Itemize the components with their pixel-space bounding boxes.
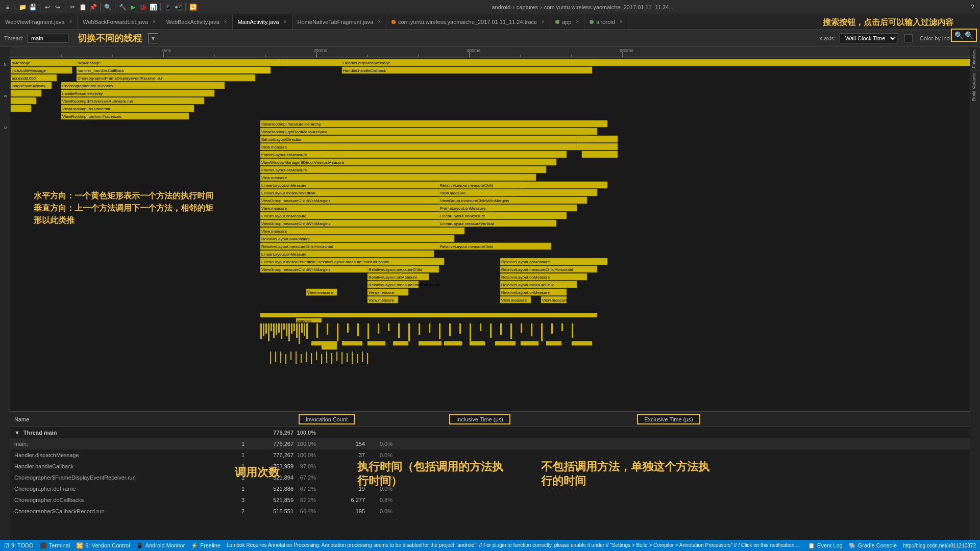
breadcrumb-captures[interactable]: captures bbox=[517, 4, 538, 10]
freeline-status[interactable]: ⚡ Freeline bbox=[191, 542, 220, 549]
cut-icon[interactable]: ✂ bbox=[68, 3, 77, 12]
tab-close-webviewfragment[interactable]: × bbox=[69, 19, 72, 24]
svg-rect-166 bbox=[439, 323, 440, 339]
vcs-status[interactable]: 🔀 6: Version Control bbox=[76, 542, 130, 549]
row-inc-main: 776,267 bbox=[255, 441, 296, 447]
svg-text:RelativeLayout.measureChildHor: RelativeLayout.measureChildHorizontal bbox=[317, 260, 389, 264]
svg-rect-175 bbox=[531, 323, 532, 336]
run-icon[interactable]: ▶ bbox=[128, 3, 137, 12]
svg-rect-136 bbox=[263, 323, 264, 336]
tab-close-homenativetab[interactable]: × bbox=[378, 19, 381, 24]
svg-rect-140 bbox=[273, 323, 275, 338]
table-row[interactable]: Choreographer$CallbackRecord.run 2 515,5… bbox=[10, 506, 970, 513]
tab-close-webbackforwardlist[interactable]: × bbox=[153, 19, 156, 24]
tab-android[interactable]: android × bbox=[584, 14, 628, 29]
timeline-header: 0ms 200ms 400ms 600ms bbox=[10, 47, 970, 58]
filter-row: Thread: 切换不同的线程 ▼ x-axis: Wall Clock Tim… bbox=[0, 30, 980, 47]
redo-icon[interactable]: ↪ bbox=[53, 3, 62, 12]
todo-status[interactable]: ☑ 9: TODO bbox=[4, 542, 34, 549]
open-icon[interactable]: 📁 bbox=[18, 3, 27, 12]
save-icon[interactable]: 💾 bbox=[28, 3, 37, 12]
svg-text:ViewGroup.measureChildWithMarg: ViewGroup.measureChildWithMargins bbox=[261, 221, 330, 226]
event-log-status[interactable]: 📋 Event Log bbox=[808, 542, 843, 549]
tab-label-mainactivity: MainActivity.java bbox=[238, 19, 279, 25]
svg-rect-156 bbox=[337, 323, 338, 341]
toolbar-sep-4 bbox=[100, 3, 101, 11]
tab-mainactivity[interactable]: MainActivity.java × bbox=[233, 14, 292, 29]
svg-text:RelativeLayout.onMeasure: RelativeLayout.onMeasure bbox=[369, 275, 418, 280]
thread-label: Thread: bbox=[4, 35, 23, 41]
find-icon[interactable]: 🔍 bbox=[103, 3, 112, 12]
tab-close-android[interactable]: × bbox=[620, 19, 623, 24]
thread-dropdown[interactable]: ▼ bbox=[148, 33, 158, 43]
svg-rect-163 bbox=[408, 323, 410, 341]
search-icon-1[interactable]: 🔍 bbox=[954, 31, 963, 39]
thread-group-row[interactable]: ▼ Thread main 776,267 100.0% bbox=[10, 427, 970, 438]
sync-icon[interactable]: 🔁 bbox=[188, 3, 198, 12]
row-inc-pct-df: 67.2% bbox=[296, 486, 326, 492]
svg-rect-169 bbox=[470, 323, 471, 341]
menu-icon[interactable]: ≡ bbox=[3, 3, 12, 12]
toolbar-sep-2 bbox=[40, 3, 40, 11]
url-status[interactable]: http://blog.csdn.net/u011210872 bbox=[903, 543, 976, 548]
svg-rect-185 bbox=[342, 341, 362, 345]
help-icon[interactable]: ? bbox=[968, 3, 977, 12]
xaxis-select[interactable]: Wall Clock Time Thread Time bbox=[840, 33, 897, 43]
breadcrumb-file[interactable]: com.yuntu.wireless.yaomaiche_2017.01.11_… bbox=[544, 4, 674, 10]
thread-group-name: ▼ Thread main bbox=[12, 430, 214, 436]
invocation-count-header: Invocation Count bbox=[299, 414, 355, 424]
android-monitor-status[interactable]: 📱 Android Monitor bbox=[136, 542, 185, 549]
row-exc-pct-cr: 0.0% bbox=[367, 508, 393, 513]
structure-icon[interactable]: S bbox=[1, 81, 9, 111]
svg-rect-187 bbox=[393, 341, 408, 345]
copy-icon[interactable]: 📋 bbox=[78, 3, 87, 12]
svg-rect-171 bbox=[490, 323, 492, 338]
search-button-box[interactable]: 🔍 🔍 bbox=[951, 29, 977, 42]
svg-rect-145 bbox=[286, 323, 287, 336]
undo-icon[interactable]: ↩ bbox=[43, 3, 52, 12]
build-icon[interactable]: 🔨 bbox=[118, 3, 127, 12]
row-inv-df: 1 bbox=[214, 486, 255, 492]
profile-icon[interactable]: 📊 bbox=[149, 3, 158, 12]
svg-text:LinearLayout.onMeasure: LinearLayout.onMeasure bbox=[261, 252, 307, 257]
tab-webviewfragment[interactable]: WebViewFragment.java × bbox=[0, 14, 78, 29]
url-text: http://blog.csdn.net/u011210872 bbox=[903, 543, 976, 548]
tab-trace[interactable]: com.yuntu.wireless.yaomaiche_2017.01.11_… bbox=[386, 14, 550, 29]
right-label-favorites[interactable]: Favorites bbox=[970, 47, 980, 70]
tab-close-app[interactable]: × bbox=[576, 19, 579, 24]
svg-text:Handler.dispatchMessage: Handler.dispatchMessage bbox=[343, 61, 390, 65]
right-label-build-variants[interactable]: Build Variants bbox=[970, 70, 980, 103]
tab-homenativetab[interactable]: HomeNativeTabFragment.java × bbox=[292, 14, 386, 29]
debug-icon[interactable]: 🐞 bbox=[138, 3, 148, 12]
tab-close-webbackactivity[interactable]: × bbox=[224, 19, 227, 24]
tab-app[interactable]: app × bbox=[550, 14, 584, 29]
sdk-icon[interactable]: 📱 bbox=[163, 3, 173, 12]
tab-close-mainactivity[interactable]: × bbox=[284, 19, 287, 24]
paste-icon[interactable]: 📌 bbox=[88, 3, 97, 12]
table-row[interactable]: Choreographer.doCallbacks 3 521,859 67.2… bbox=[10, 494, 970, 506]
thread-input[interactable] bbox=[28, 34, 68, 43]
terminal-status[interactable]: ⬛ Terminal bbox=[40, 542, 70, 549]
svg-text:RelativeLayout.onMeasure: RelativeLayout.onMeasure bbox=[501, 290, 550, 295]
breadcrumb-android[interactable]: android bbox=[492, 4, 510, 10]
flame-chart[interactable]: sMessage skaMessage Handler.dispatchMess… bbox=[10, 58, 970, 422]
tab-label-android: android bbox=[596, 19, 615, 25]
captures-icon[interactable]: C bbox=[1, 112, 9, 143]
table-row[interactable]: Handler.dispatchMessage 1 776,267 100.0%… bbox=[10, 449, 970, 461]
gradle-console-status[interactable]: 🐘 Gradle Console bbox=[849, 542, 897, 549]
row-exc-dispatch: 37 bbox=[326, 452, 367, 458]
search-icon-2[interactable]: 🔍 bbox=[965, 31, 973, 39]
tab-webbackactivity[interactable]: WebBackActivity.java × bbox=[161, 14, 233, 29]
left-sidebar: P S C bbox=[0, 47, 10, 540]
color-checkbox[interactable] bbox=[904, 34, 913, 42]
svg-text:ViewWindowManager$DecorView.on: ViewWindowManager$DecorView.onMeasure bbox=[261, 160, 345, 165]
tab-close-trace[interactable]: × bbox=[542, 19, 545, 24]
project-icon[interactable]: P bbox=[1, 49, 9, 80]
tab-webbackforwardlist[interactable]: WebBackForwardList.java × bbox=[78, 14, 161, 29]
table-row[interactable]: main, 1 776,267 100.0% 154 0.0% bbox=[10, 438, 970, 449]
svg-text:FrameLayout.onMeasure: FrameLayout.onMeasure bbox=[261, 153, 307, 157]
avd-icon[interactable]: 📲 bbox=[174, 3, 183, 12]
thread-annotation: 切换不同的线程 bbox=[78, 32, 142, 44]
svg-rect-181 bbox=[577, 143, 618, 150]
tab-label-trace: com.yuntu.wireless.yaomaiche_2017.01.11_… bbox=[398, 19, 537, 25]
